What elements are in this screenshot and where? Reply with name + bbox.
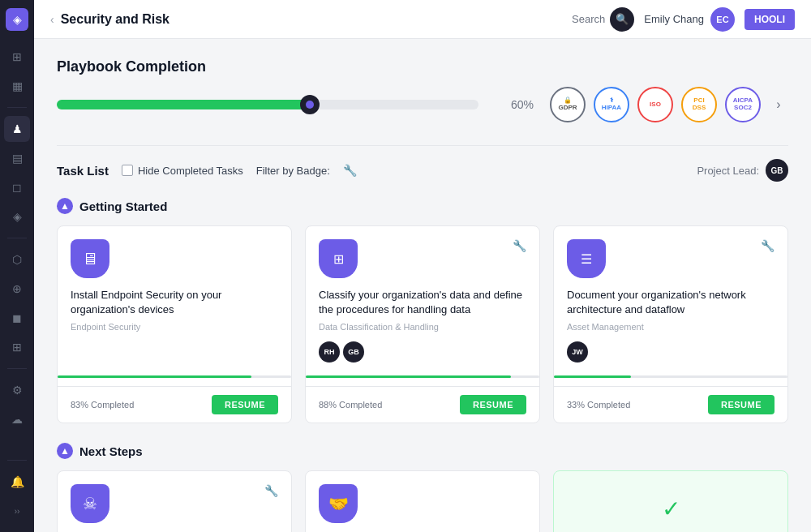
sidebar-item-security[interactable]: ♟ <box>4 116 30 142</box>
sidebar-item-cloud[interactable]: ☁ <box>4 406 30 432</box>
sidebar-item-settings[interactable]: ⚙ <box>4 377 30 403</box>
user-info: Emily Chang EC <box>644 7 735 32</box>
progress-mini-3 <box>554 375 787 378</box>
project-lead: Project Lead: GB <box>697 159 788 182</box>
hooli-button[interactable]: HOOLI <box>744 9 795 30</box>
card-pct-1: 83% Completed <box>71 400 134 410</box>
search-icon[interactable]: 🔍 <box>610 7 634 32</box>
card-wrench-3[interactable]: 🔧 <box>761 239 775 252</box>
card-body-3: ☰ 🔧 Document your organization's network… <box>554 226 787 375</box>
task-group-next-steps: ▲ Next Steps ☠ 🔧 <box>57 443 788 532</box>
progress-mini-1 <box>58 375 291 378</box>
content-area: Playbook Completion 60% 🔒GDPR ⚕HIPAA <box>34 39 811 532</box>
page-title: Security and Risk <box>61 12 169 27</box>
badges-more-button[interactable]: › <box>769 95 788 114</box>
next-steps-cards: ☠ 🔧 🤝 ✓ <box>57 470 788 532</box>
resume-button-2[interactable]: RESUME <box>460 395 526 414</box>
card-title-1: Install Endpoint Security on your organi… <box>71 288 278 317</box>
card-body-4: ☠ 🔧 <box>58 471 291 532</box>
search-button[interactable]: Search 🔍 <box>572 7 634 32</box>
card-footer-1: 83% Completed RESUME <box>58 386 291 423</box>
header: ‹ Security and Risk Search 🔍 Emily Chang… <box>34 0 811 39</box>
sidebar-divider-2 <box>7 238 27 238</box>
group-toggle-getting-started[interactable]: ▲ <box>57 198 73 214</box>
card-wrench-2[interactable]: 🔧 <box>513 239 526 252</box>
filter-wrench-icon[interactable]: 🔧 <box>343 164 357 177</box>
card-badge-3: ☰ <box>567 239 606 278</box>
card-badge-1: 🖥 <box>71 239 109 278</box>
badge-pci[interactable]: PCIDSS <box>681 87 717 122</box>
sidebar-divider-bottom <box>7 460 27 461</box>
card-title-3: Document your organization's network arc… <box>567 288 775 317</box>
card-subtitle-1: Endpoint Security <box>71 322 278 332</box>
playbook-title: Playbook Completion <box>57 58 788 75</box>
progress-fill-1 <box>58 375 251 378</box>
task-card-4: ☠ 🔧 <box>57 470 292 532</box>
card-footer-3: 33% Completed RESUME <box>554 386 787 423</box>
card-avatars-3: JW <box>567 341 775 363</box>
badge-hipaa[interactable]: ⚕HIPAA <box>594 87 629 122</box>
sidebar-item-expand[interactable]: ›› <box>4 498 30 524</box>
badge-iso[interactable]: ISO <box>637 87 673 122</box>
search-label: Search <box>572 13 605 25</box>
user-avatar: EC <box>710 7 735 32</box>
card-badge-row-4: ☠ 🔧 <box>71 484 278 523</box>
getting-started-cards: 🖥 Install Endpoint Security on your orga… <box>57 225 788 423</box>
card-body-2: ⊞ 🔧 Classify your organization's data an… <box>306 226 539 375</box>
filter-label: Filter by Badge: <box>256 165 330 177</box>
header-right: Search 🔍 Emily Chang EC HOOLI <box>572 7 795 32</box>
card-avatar-rh: RH <box>319 341 340 363</box>
sidebar-divider-3 <box>7 368 27 369</box>
task-card-6: ✓ <box>553 470 788 532</box>
progress-fill-3 <box>554 375 631 378</box>
group-header-next-steps: ▲ Next Steps <box>57 443 788 459</box>
sidebar-item-bell[interactable]: 🔔 <box>4 469 30 495</box>
sidebar-bottom: 🔔 ›› <box>4 455 30 524</box>
card-pct-2: 88% Completed <box>319 400 382 410</box>
sidebar-item-block[interactable]: ◼ <box>4 305 30 331</box>
group-toggle-next-steps[interactable]: ▲ <box>57 443 73 459</box>
card-avatar-jw: JW <box>567 341 588 363</box>
sidebar: ◈ ⊞ ▦ ♟ ▤ ◻ ◈ ⬡ ⊕ ◼ ⊞ ⚙ ☁ 🔔 ›› <box>0 0 34 532</box>
badge-soc[interactable]: AICPASOC2 <box>725 87 761 122</box>
sidebar-item-list[interactable]: ▤ <box>4 145 30 171</box>
group-header-getting-started: ▲ Getting Started <box>57 198 788 214</box>
card-badge-2: ⊞ <box>319 239 358 278</box>
progress-mini-2 <box>306 375 539 378</box>
sidebar-item-plus[interactable]: ⊕ <box>4 276 30 302</box>
sidebar-item-grid[interactable]: ▦ <box>4 73 30 99</box>
task-card-1: 🖥 Install Endpoint Security on your orga… <box>57 225 292 423</box>
hide-completed-checkbox[interactable]: Hide Completed Tasks <box>122 165 243 177</box>
sidebar-item-hex[interactable]: ⬡ <box>4 247 30 272</box>
user-name: Emily Chang <box>644 13 704 25</box>
project-lead-label: Project Lead: <box>697 165 759 177</box>
checkbox-box[interactable] <box>122 165 133 176</box>
app-logo[interactable]: ◈ <box>6 8 28 31</box>
task-card-2: ⊞ 🔧 Classify your organization's data an… <box>305 225 540 423</box>
progress-thumb <box>300 95 320 114</box>
sidebar-item-apps[interactable]: ⊞ <box>4 334 30 360</box>
progress-fill-2 <box>306 375 511 378</box>
progress-percent: 60% <box>511 98 534 111</box>
main-content: ‹ Security and Risk Search 🔍 Emily Chang… <box>34 0 811 532</box>
project-lead-avatar: GB <box>766 159 788 182</box>
card-badge-row-1: 🖥 <box>71 239 278 278</box>
task-card-3: ☰ 🔧 Document your organization's network… <box>553 225 788 423</box>
card-body-5: 🤝 <box>306 471 539 532</box>
card-wrench-4[interactable]: 🔧 <box>264 484 278 497</box>
back-button[interactable]: ‹ <box>50 13 54 26</box>
sidebar-item-diamond[interactable]: ◈ <box>4 204 30 230</box>
resume-button-3[interactable]: RESUME <box>708 395 775 414</box>
card-body-6: ✓ <box>554 471 787 532</box>
resume-button-1[interactable]: RESUME <box>212 395 278 414</box>
checkmark-icon: ✓ <box>567 484 775 532</box>
card-badge-row-3: ☰ 🔧 <box>567 239 775 278</box>
card-subtitle-2: Data Classification & Handling <box>319 322 526 332</box>
badge-gdpr[interactable]: 🔒GDPR <box>550 87 586 122</box>
sidebar-item-files[interactable]: ◻ <box>4 174 30 200</box>
playbook-bar-row: 60% 🔒GDPR ⚕HIPAA ISO PCIDSS AIC <box>57 87 788 122</box>
group-title-getting-started: Getting Started <box>79 200 167 213</box>
sidebar-divider-1 <box>7 107 27 108</box>
sidebar-item-dashboard[interactable]: ⊞ <box>4 44 30 70</box>
task-toolbar: Task List Hide Completed Tasks Filter by… <box>57 159 788 182</box>
